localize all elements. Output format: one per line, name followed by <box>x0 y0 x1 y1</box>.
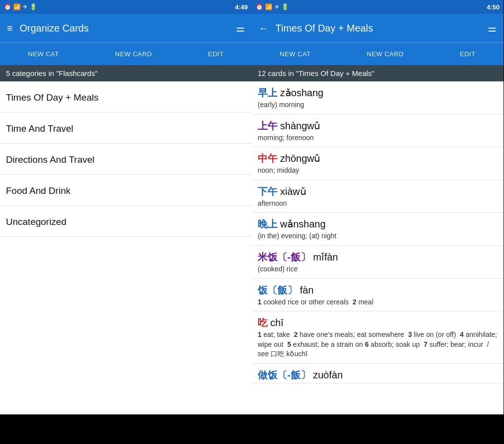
category-item-uncategorized[interactable]: Uncategorized <box>0 206 252 237</box>
card-item-partial[interactable]: 做饭〔-飯〕 zuòfàn <box>252 364 504 383</box>
category-item-food[interactable]: Food And Drink <box>0 175 252 206</box>
right-black-bar <box>252 414 504 444</box>
left-toolbar: ≡ Organize Cards ⚌ <box>0 14 252 42</box>
left-new-cat-button[interactable]: NEW CAT <box>23 50 64 58</box>
card-item-mifan[interactable]: 米饭〔-飯〕 mǐfàn (cooked) rice <box>252 246 504 279</box>
card-item-zaoshang[interactable]: 早上 zǎoshang (early) morning <box>252 81 504 114</box>
menu-icon[interactable]: ≡ <box>7 23 13 34</box>
left-filter-icon[interactable]: ⚌ <box>236 22 245 34</box>
left-panel: ⏰ 📶 ✈ 🔋 4:49 ≡ Organize Cards ⚌ NEW CAT … <box>0 0 252 444</box>
left-count-bar: 5 categories in "Flashcards" <box>0 65 252 81</box>
card-main-mifan: 米饭〔-飯〕 mǐfàn <box>258 251 498 263</box>
right-edit-button[interactable]: EDIT <box>455 50 481 58</box>
card-main-fan: 饭〔飯〕 fàn <box>258 284 498 296</box>
right-status-time: 4:50 <box>487 3 500 11</box>
card-item-shangwu[interactable]: 上午 shàngwǔ morning; forenoon <box>252 114 504 148</box>
card-main-shangwu: 上午 shàngwǔ <box>258 119 498 132</box>
card-main-wanshang: 晚上 wǎnshang <box>258 218 498 230</box>
right-new-card-button[interactable]: NEW CARD <box>362 50 409 58</box>
left-action-bar: NEW CAT NEW CARD EDIT <box>0 42 252 65</box>
right-card-list: 早上 zǎoshang (early) morning 上午 shàngwǔ m… <box>252 81 504 414</box>
card-main-partial: 做饭〔-飯〕 zuòfàn <box>258 369 498 381</box>
category-item-directions[interactable]: Directions And Travel <box>0 144 252 175</box>
left-status-icons: ⏰ 📶 ✈ 🔋 <box>4 3 37 10</box>
left-category-list: Times Of Day + Meals Time And Travel Dir… <box>0 81 252 414</box>
card-main-zhongwu: 中午 zhōngwǔ <box>258 152 498 165</box>
left-toolbar-title: Organize Cards <box>20 23 229 34</box>
left-new-card-button[interactable]: NEW CARD <box>110 50 157 58</box>
airplane-icon: ✈ <box>23 3 28 10</box>
left-black-bar <box>0 414 252 444</box>
wifi-icon: 📶 <box>13 3 21 10</box>
alarm-icon: ⏰ <box>4 3 11 10</box>
right-wifi-icon: 📶 <box>265 3 272 10</box>
category-item-times-of-day[interactable]: Times Of Day + Meals <box>0 81 252 112</box>
right-toolbar-title: Times Of Day + Meals <box>275 23 481 34</box>
card-item-fan[interactable]: 饭〔飯〕 fàn 1 cooked rice or other cereals … <box>252 279 504 312</box>
right-action-bar: NEW CAT NEW CARD EDIT <box>252 42 504 65</box>
card-main-zaoshang: 早上 zǎoshang <box>258 86 498 99</box>
right-filter-icon[interactable]: ⚌ <box>488 22 497 34</box>
right-count-bar: 12 cards in "Times Of Day + Meals" <box>252 65 504 81</box>
card-main-xiawu: 下午 xiàwǔ <box>258 185 498 198</box>
right-status-bar: ⏰ 📶 ✈ 🔋 4:50 <box>252 0 504 14</box>
right-airplane-icon: ✈ <box>274 3 279 10</box>
left-status-time: 4:49 <box>235 3 248 11</box>
right-new-cat-button[interactable]: NEW CAT <box>275 50 315 58</box>
card-item-wanshang[interactable]: 晚上 wǎnshang (in the) evening; (at) night <box>252 213 504 246</box>
card-item-chi[interactable]: 吃 chī 1 eat; take 2 have one's meals; ea… <box>252 311 504 364</box>
battery-icon: 🔋 <box>30 3 37 10</box>
category-item-time-and-travel[interactable]: Time And Travel <box>0 112 252 144</box>
back-icon[interactable]: ← <box>259 23 269 34</box>
right-panel: ⏰ 📶 ✈ 🔋 4:50 ← Times Of Day + Meals ⚌ NE… <box>252 0 504 444</box>
left-edit-button[interactable]: EDIT <box>203 50 229 58</box>
left-status-bar: ⏰ 📶 ✈ 🔋 4:49 <box>0 0 252 14</box>
right-status-icons: ⏰ 📶 ✈ 🔋 <box>256 3 289 10</box>
card-main-chi: 吃 chī <box>258 316 498 329</box>
card-item-zhongwu[interactable]: 中午 zhōngwǔ noon; midday <box>252 147 504 180</box>
right-battery-icon: 🔋 <box>281 3 289 10</box>
right-alarm-icon: ⏰ <box>256 3 263 10</box>
card-item-xiawu[interactable]: 下午 xiàwǔ afternoon <box>252 180 504 213</box>
right-toolbar: ← Times Of Day + Meals ⚌ <box>252 14 504 42</box>
